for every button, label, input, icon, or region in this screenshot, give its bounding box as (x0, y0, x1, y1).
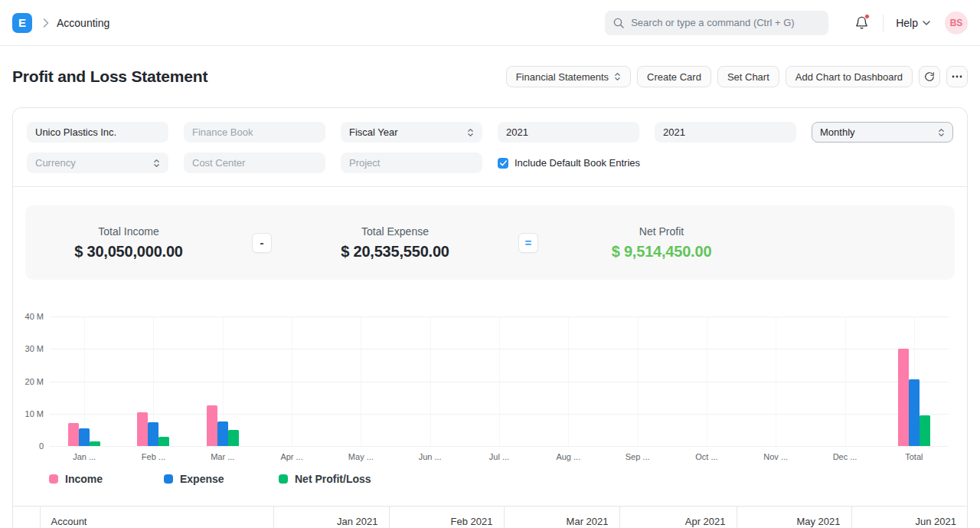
checkbox-check-icon (498, 158, 508, 169)
filter-cost-center[interactable]: Cost Center (184, 152, 325, 173)
filter-currency[interactable]: Currency (27, 152, 168, 173)
breadcrumb[interactable]: Accounting (57, 17, 109, 29)
bar-net-profit-loss[interactable] (158, 437, 169, 446)
y-axis-tick: 0 (13, 441, 44, 451)
button-label: Financial Statements (516, 71, 609, 83)
summary-value: $ 20,535,550.00 (292, 243, 498, 261)
x-gridline (84, 316, 85, 446)
profit-loss-chart: 010 M20 M30 M40 MJan ...Feb ...Mar ...Ap… (13, 306, 967, 468)
filter-periodicity[interactable]: Monthly (812, 122, 953, 143)
bar-net-profit-loss[interactable] (228, 430, 239, 446)
x-gridline (776, 316, 776, 446)
chevron-right-icon (43, 18, 49, 28)
add-chart-to-dashboard-button[interactable]: Add Chart to Dashboard (786, 66, 913, 87)
filter-cost-center-placeholder: Cost Center (192, 157, 317, 169)
summary-value: $ 9,514,450.00 (558, 243, 765, 261)
app-logo-icon[interactable]: E (12, 13, 32, 33)
column-header-may-2021[interactable]: May 2021 (737, 507, 851, 528)
x-axis-tick: Mar ... (188, 452, 257, 461)
report-table: AccountJan 2021Feb 2021Mar 2021Apr 2021M… (13, 506, 967, 528)
x-axis-tick: Sep ... (603, 452, 672, 461)
include-default-book-entries-checkbox[interactable]: Include Default Book Entries (498, 157, 640, 169)
y-axis-tick: 10 M (13, 409, 44, 418)
bar-net-profit-loss[interactable] (90, 441, 100, 446)
search-icon (612, 17, 625, 29)
x-axis-tick: Oct ... (672, 452, 741, 461)
bar-expense[interactable] (148, 422, 158, 446)
filter-finance-book-placeholder: Finance Book (192, 126, 317, 138)
legend-item-expense: Expense (164, 473, 279, 485)
navbar: E Accounting Help BS (0, 0, 980, 46)
x-axis-tick: May ... (326, 452, 395, 461)
report-summary: Total Income$ 30,050,000.00-Total Expens… (25, 205, 955, 280)
summary-total-income: Total Income$ 30,050,000.00 (25, 225, 232, 261)
refresh-button[interactable] (919, 66, 940, 87)
bar-income[interactable] (898, 349, 909, 446)
set-chart-button[interactable]: Set Chart (717, 66, 779, 87)
summary-label: Total Expense (292, 225, 498, 238)
page-actions: Financial StatementsCreate CardSet Chart… (506, 66, 968, 87)
financial-statements-button[interactable]: Financial Statements (506, 66, 631, 87)
summary-label: Total Income (25, 225, 232, 238)
x-axis-tick: Total (880, 452, 949, 461)
legend-item-net-profit-loss: Net Profit/Loss (279, 473, 394, 485)
column-header-account[interactable]: Account (40, 507, 273, 528)
bar-income[interactable] (207, 405, 217, 446)
x-gridline (707, 316, 707, 446)
x-gridline (361, 316, 361, 446)
summary-net-profit: Net Profit$ 9,514,450.00 (558, 225, 765, 261)
nav-divider (883, 15, 884, 31)
filter-company[interactable]: Unico Plastics Inc. (27, 122, 168, 143)
column-header-index[interactable] (13, 507, 40, 528)
filter-finance-book[interactable]: Finance Book (184, 122, 325, 143)
page-title: Profit and Loss Statement (12, 67, 207, 86)
legend-label: Income (65, 473, 103, 485)
filter-project[interactable]: Project (341, 152, 482, 173)
summary-label: Net Profit (558, 225, 765, 238)
help-menu[interactable]: Help (896, 17, 930, 29)
bar-income[interactable] (137, 412, 148, 446)
filter-start-year[interactable]: 2021 (498, 122, 639, 143)
bar-expense[interactable] (217, 421, 228, 446)
create-card-button[interactable]: Create Card (637, 66, 711, 87)
bar-expense[interactable] (79, 428, 90, 446)
report-filters: Unico Plastics Inc.Finance BookFiscal Ye… (13, 108, 967, 186)
y-gridline (50, 446, 949, 447)
column-header-jan-2021[interactable]: Jan 2021 (273, 507, 389, 528)
filter-start-year-value: 2021 (506, 126, 631, 138)
minus-operator-icon: - (252, 233, 272, 253)
x-gridline (638, 316, 639, 446)
y-axis-tick: 20 M (13, 377, 44, 386)
avatar[interactable]: BS (945, 11, 968, 34)
button-label: Add Chart to Dashboard (795, 71, 903, 83)
column-header-jun-2021[interactable]: Jun 2021 (851, 507, 967, 528)
column-header-feb-2021[interactable]: Feb 2021 (389, 507, 504, 528)
bar-expense[interactable] (909, 379, 920, 446)
filter-period-based-on-value: Fiscal Year (349, 126, 467, 138)
notifications-button[interactable] (854, 15, 869, 30)
ellipsis-icon (952, 75, 962, 78)
bar-income[interactable] (68, 423, 79, 446)
filter-period-based-on[interactable]: Fiscal Year (341, 122, 482, 143)
chart-legend: IncomeExpenseNet Profit/Loss (13, 473, 967, 485)
filter-company-value: Unico Plastics Inc. (35, 126, 160, 138)
x-gridline (568, 316, 569, 446)
x-axis-tick: Nov ... (741, 452, 810, 461)
column-header-mar-2021[interactable]: Mar 2021 (504, 507, 619, 528)
legend-swatch-icon (164, 474, 173, 484)
refresh-icon (924, 71, 935, 82)
x-axis-tick: Jul ... (465, 452, 534, 461)
bar-net-profit-loss[interactable] (920, 415, 930, 446)
help-label: Help (896, 17, 918, 29)
search-input[interactable] (631, 17, 821, 28)
legend-item-income: Income (49, 473, 164, 485)
x-gridline (292, 316, 292, 446)
filter-end-year[interactable]: 2021 (655, 122, 796, 143)
filter-periodicity-value: Monthly (820, 126, 938, 138)
global-search (605, 11, 828, 35)
chevron-up-down-icon (614, 71, 621, 82)
x-axis-tick: Dec ... (811, 452, 880, 461)
report-card: Unico Plastics Inc.Finance BookFiscal Ye… (12, 107, 968, 528)
menu-button[interactable] (946, 66, 968, 87)
column-header-apr-2021[interactable]: Apr 2021 (619, 507, 737, 528)
